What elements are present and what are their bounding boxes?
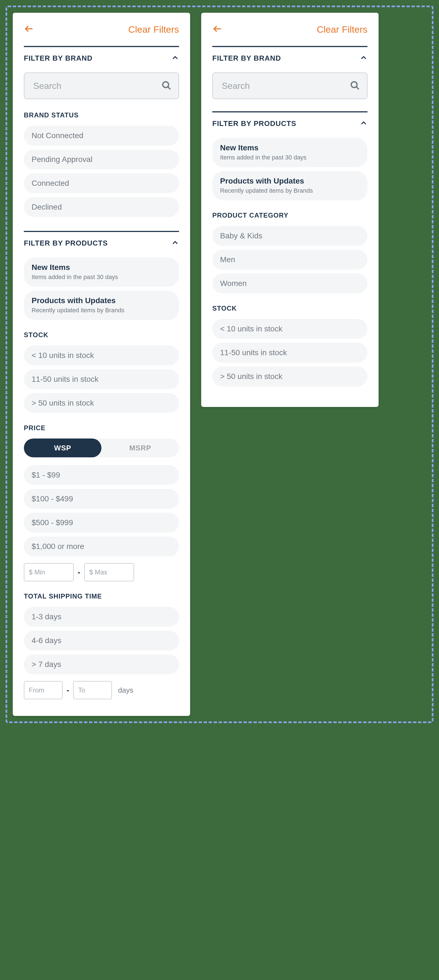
quick-filter-new-items[interactable]: New Items Items added in the past 30 day… (24, 258, 179, 287)
pill-label: < 10 units in stock (32, 351, 171, 360)
price-range-option[interactable]: $1 - $99 (24, 465, 179, 485)
brand-search-input[interactable] (212, 73, 367, 99)
pill-label: > 50 units in stock (220, 372, 360, 381)
brand-status-option[interactable]: Not Connected (24, 126, 179, 146)
brand-search-input[interactable] (24, 73, 179, 99)
category-option[interactable]: Women (212, 274, 367, 293)
shipping-option[interactable]: 1-3 days (24, 607, 179, 627)
pill-label: 11-50 units in stock (32, 375, 171, 384)
pill-label: 4-6 days (32, 636, 171, 645)
pill-label: $500 - $999 (32, 518, 171, 527)
pill-label: 11-50 units in stock (220, 348, 360, 357)
toggle-msrp[interactable]: MSRP (101, 439, 179, 457)
pill-label: > 50 units in stock (32, 399, 171, 407)
panel-header: Clear Filters (24, 24, 179, 35)
pill-label: Connected (32, 179, 171, 188)
brand-search-wrap (212, 73, 367, 99)
price-heading: PRICE (24, 424, 179, 432)
brand-section-header[interactable]: FILTER BY BRAND (24, 54, 179, 62)
brand-section-title: FILTER BY BRAND (212, 54, 281, 62)
stock-option[interactable]: 11-50 units in stock (212, 343, 367, 363)
back-arrow-icon[interactable] (24, 24, 34, 35)
section-divider (24, 231, 179, 232)
price-max-input[interactable] (84, 563, 134, 581)
shipping-option[interactable]: > 7 days (24, 654, 179, 675)
shipping-option[interactable]: 4-6 days (24, 631, 179, 651)
quick-filter-new-items[interactable]: New Items Items added in the past 30 day… (212, 138, 367, 167)
stock-option[interactable]: < 10 units in stock (24, 345, 179, 366)
pill-sub: Items added in the past 30 days (220, 154, 360, 161)
section-divider (212, 111, 367, 112)
chevron-up-icon (360, 54, 367, 62)
shipping-suffix: days (118, 686, 133, 695)
stock-heading: STOCK (24, 331, 179, 339)
pill-label: > 7 days (32, 660, 171, 669)
pill-sub: Items added in the past 30 days (32, 274, 171, 281)
stock-option[interactable]: > 50 units in stock (24, 393, 179, 413)
price-range-custom: - (24, 563, 179, 581)
quick-filter-products-updates[interactable]: Products with Updates Recently updated i… (24, 291, 179, 320)
pill-title: New Items (220, 143, 360, 152)
pill-label: Women (220, 279, 360, 288)
brand-section-title: FILTER BY BRAND (24, 54, 93, 62)
pill-label: < 10 units in stock (220, 325, 360, 333)
price-type-toggle: WSP MSRP (24, 439, 179, 457)
pill-title: New Items (32, 263, 171, 272)
pill-label: Baby & Kids (220, 231, 360, 240)
category-option[interactable]: Baby & Kids (212, 226, 367, 246)
back-arrow-icon[interactable] (212, 24, 222, 35)
brand-section-header[interactable]: FILTER BY BRAND (212, 54, 367, 62)
quick-filter-products-updates[interactable]: Products with Updates Recently updated i… (212, 171, 367, 200)
price-min-input[interactable] (24, 563, 74, 581)
pill-label: Not Connected (32, 131, 171, 140)
range-dash: - (67, 686, 69, 695)
shipping-to-input[interactable] (73, 681, 112, 699)
price-range-option[interactable]: $500 - $999 (24, 513, 179, 533)
category-option[interactable]: Men (212, 250, 367, 270)
pill-label: Declined (32, 203, 171, 212)
range-dash: - (78, 568, 80, 577)
products-section-title: FILTER BY PRODUCTS (212, 119, 296, 128)
svg-line-5 (356, 87, 359, 89)
pill-label: 1-3 days (32, 612, 171, 621)
section-divider (24, 46, 179, 47)
stock-option[interactable]: > 50 units in stock (212, 366, 367, 387)
pill-sub: Recently updated items by Brands (220, 187, 360, 194)
stock-option[interactable]: < 10 units in stock (212, 319, 367, 339)
category-heading: PRODUCT CATEGORY (212, 212, 367, 219)
chevron-up-icon (360, 119, 367, 128)
toggle-wsp[interactable]: WSP (24, 439, 101, 457)
price-range-option[interactable]: $1,000 or more (24, 536, 179, 557)
panel-header: Clear Filters (212, 24, 367, 35)
clear-filters-link[interactable]: Clear Filters (128, 24, 179, 35)
search-icon[interactable] (350, 80, 360, 91)
brand-status-option[interactable]: Pending Approval (24, 150, 179, 169)
chevron-up-icon (171, 239, 179, 248)
clear-filters-link[interactable]: Clear Filters (317, 24, 367, 35)
pill-title: Products with Updates (220, 177, 360, 186)
brand-status-heading: BRAND STATUS (24, 111, 179, 119)
pill-label: $100 - $499 (32, 495, 171, 503)
search-icon[interactable] (161, 80, 171, 91)
pill-label: Pending Approval (32, 155, 171, 164)
brand-status-option[interactable]: Connected (24, 173, 179, 193)
stock-option[interactable]: 11-50 units in stock (24, 369, 179, 389)
pill-label: $1,000 or more (32, 542, 171, 551)
brand-status-option[interactable]: Declined (24, 197, 179, 217)
products-section-header[interactable]: FILTER BY PRODUCTS (212, 119, 367, 128)
section-divider (212, 46, 367, 47)
brand-search-wrap (24, 73, 179, 99)
products-section-header[interactable]: FILTER BY PRODUCTS (24, 239, 179, 248)
shipping-from-input[interactable] (24, 681, 63, 699)
pill-sub: Recently updated items by Brands (32, 307, 171, 314)
price-range-option[interactable]: $100 - $499 (24, 489, 179, 509)
products-section-title: FILTER BY PRODUCTS (24, 239, 108, 248)
stock-heading: STOCK (212, 304, 367, 312)
filter-panel-full: Clear Filters FILTER BY BRAND BRAND STAT… (13, 13, 190, 716)
filter-panel-compact: Clear Filters FILTER BY BRAND FILTER BY … (201, 13, 378, 407)
shipping-range-custom: - days (24, 681, 179, 699)
shipping-heading: TOTAL SHIPPING TIME (24, 592, 179, 600)
chevron-up-icon (171, 54, 179, 62)
pill-label: $1 - $99 (32, 471, 171, 479)
pill-title: Products with Updates (32, 296, 171, 305)
